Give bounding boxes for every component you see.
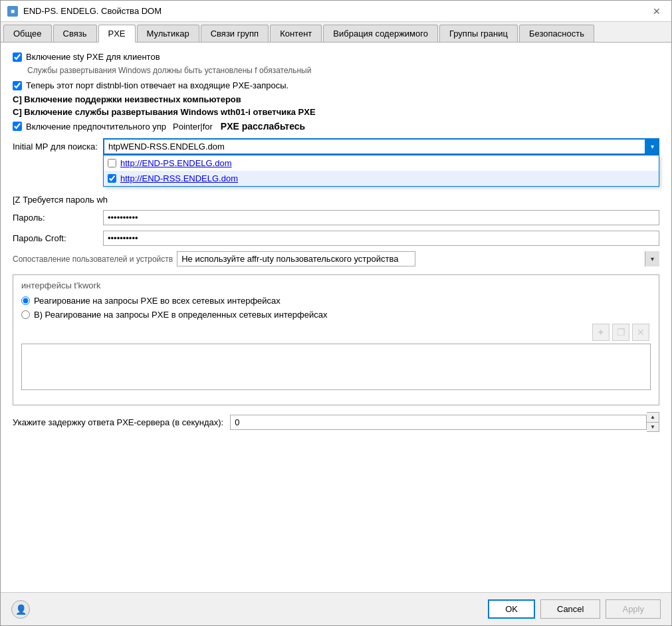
dropdown-option2-checkbox[interactable] — [108, 174, 116, 183]
dropdown-option1-label: http://END-PS.ENDELG.dom — [120, 158, 232, 168]
interfaces-box: интерфейсы t'kwork Реагирование на запро… — [13, 274, 659, 405]
confirm-password-label: Пароль Croft: — [13, 233, 99, 243]
title-bar-left: ■ END-PS. ENDELG. Свойства DOM — [7, 6, 162, 17]
dropdown-option2-label: http://END-RSS.ENDELG.dom — [120, 173, 238, 183]
delay-input-wrapper: ▲ ▼ — [230, 412, 659, 432]
confirm-password-row: Пароль Croft: — [13, 231, 659, 246]
bottom-right: OK Cancel Apply — [488, 599, 661, 619]
checkbox3[interactable] — [13, 122, 22, 131]
window-icon: ■ — [7, 6, 18, 17]
initial-mp-dropdown-container: htpWEND-RSS.ENDELG.dom ▾ http://END-PS.E… — [103, 138, 659, 155]
checkbox1[interactable] — [13, 52, 22, 62]
bold-label2: С] Включение службы развертывания Window… — [13, 107, 659, 117]
apply-button[interactable]: Apply — [606, 599, 661, 619]
add-button[interactable]: ✦ — [592, 324, 610, 341]
tab-border-groups[interactable]: Группы границ — [439, 25, 518, 42]
spinner-down-button[interactable]: ▼ — [647, 422, 659, 431]
toolbar-icons: ✦ ❐ ✕ — [21, 324, 651, 341]
dropdown-option-2[interactable]: http://END-RSS.ENDELG.dom — [104, 171, 659, 186]
window-title: END-PS. ENDELG. Свойства DOM — [23, 6, 162, 16]
checkbox1-row: Включение sty PXE для клиентов — [13, 52, 659, 62]
checkbox3-extra: PXE расслабьтесь — [221, 121, 305, 132]
tab-svyaz[interactable]: Связь — [53, 25, 97, 42]
tab-pxe[interactable]: PXE — [98, 25, 136, 43]
tab-group-links[interactable]: Связи групп — [201, 25, 269, 42]
delay-row: Укажите задержку ответа PXE-сервера (в с… — [13, 412, 659, 432]
mapping-row: Сопоставление пользователей и устройств … — [13, 251, 659, 266]
ok-button[interactable]: OK — [488, 599, 535, 619]
cancel-button[interactable]: Cancel — [540, 599, 600, 619]
radio2[interactable] — [21, 310, 30, 319]
bottom-bar: 👤 OK Cancel Apply — [1, 592, 671, 625]
password-field-row: Пароль: — [13, 210, 659, 225]
password-label: Пароль: — [13, 213, 99, 223]
bottom-left: 👤 — [11, 600, 30, 619]
bold-label1: С] Включение поддержки неизвестных компь… — [13, 94, 659, 104]
password-input[interactable] — [103, 210, 659, 225]
copy-button[interactable]: ❐ — [612, 324, 629, 341]
dropdown-option1-checkbox[interactable] — [108, 159, 116, 167]
radio2-row: В) Реагирование на запросы PXE в определ… — [21, 310, 651, 320]
initial-mp-label: Initial МР для поиска: — [13, 142, 99, 152]
tab-content[interactable]: Контент — [270, 25, 322, 42]
checkbox3-pointer: Pointer|for — [173, 122, 213, 132]
checkbox3-label: Включение предпочтительного упр — [26, 122, 166, 132]
confirm-password-input[interactable] — [103, 231, 659, 246]
delete-button[interactable]: ✕ — [632, 324, 649, 341]
interfaces-title: интерфейсы t'kwork — [21, 280, 651, 290]
mapping-select[interactable]: Не используйте affr-uty пользовательског… — [177, 251, 415, 266]
user-icon: 👤 — [11, 600, 30, 619]
tab-multicast[interactable]: Мультикар — [137, 25, 199, 42]
tab-obshee[interactable]: Общее — [3, 25, 52, 42]
radio1[interactable] — [21, 296, 30, 305]
tabs-bar: Общее Связь PXE Мультикар Связи групп Ко… — [1, 22, 671, 43]
mapping-arrow-icon: ▾ — [645, 251, 659, 266]
password-required-row: [Z Требуется пароль wh — [13, 195, 659, 205]
checkbox2-label: Теперь этот порт distnbl-tion отвечает н… — [26, 80, 288, 90]
title-bar: ■ END-PS. ENDELG. Свойства DOM ✕ — [1, 1, 671, 22]
checkbox3-row: Включение предпочтительного упр Pointer|… — [13, 121, 659, 132]
delay-input[interactable] — [230, 415, 647, 430]
mapping-dropdown-container: Не используйте affr-uty пользовательског… — [177, 251, 659, 266]
close-button[interactable]: ✕ — [649, 3, 665, 19]
initial-mp-row: Initial МР для поиска: htpWEND-RSS.ENDEL… — [13, 138, 659, 155]
tab-security[interactable]: Безопасность — [519, 25, 594, 42]
spinner-up-button[interactable]: ▲ — [647, 413, 659, 422]
initial-mp-select[interactable]: htpWEND-RSS.ENDELG.dom — [103, 138, 659, 155]
interfaces-list — [21, 344, 651, 390]
pxe-content: Включение sty PXE для клиентов Службы ра… — [1, 43, 671, 592]
tab-vibration[interactable]: Вибрация содержимого — [323, 25, 438, 42]
mapping-label: Сопоставление пользователей и устройств — [13, 255, 173, 264]
checkbox1-label: Включение sty PXE для клиентов — [26, 52, 160, 62]
checkbox2-row: Теперь этот порт distnbl-tion отвечает н… — [13, 80, 659, 90]
spinner-buttons: ▲ ▼ — [647, 412, 659, 432]
initial-mp-dropdown-list: http://END-PS.ENDELG.dom http://END-RSS.… — [103, 155, 659, 187]
radio1-row: Реагирование на запросы PXE во всех сете… — [21, 296, 651, 306]
info-text: Службы развертывания Windows должны быть… — [27, 66, 659, 75]
radio1-label: Реагирование на запросы PXE во всех сете… — [34, 296, 280, 306]
delay-label: Укажите задержку ответа PXE-сервера (в с… — [13, 417, 223, 427]
checkbox2[interactable] — [13, 81, 22, 90]
main-window: ■ END-PS. ENDELG. Свойства DOM ✕ Общее С… — [0, 0, 672, 626]
dropdown-option-1[interactable]: http://END-PS.ENDELG.dom — [104, 156, 659, 171]
radio2-label: В) Реагирование на запросы PXE в определ… — [34, 310, 328, 320]
password-required-label: [Z Требуется пароль wh — [13, 195, 108, 205]
